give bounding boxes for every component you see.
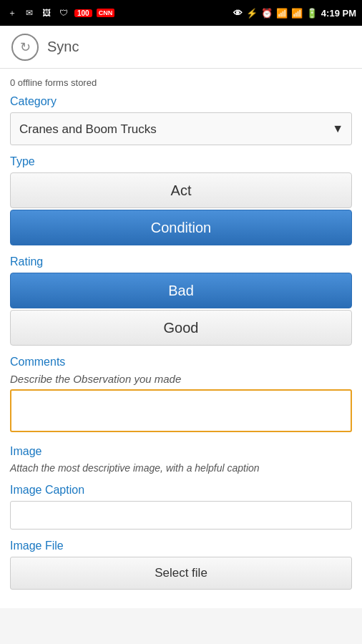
time-display: 4:19 PM — [321, 8, 356, 19]
comments-hint: Describe the Observation you made — [10, 373, 352, 385]
image-icon: 🖼 — [40, 6, 53, 19]
image-file-label: Image File — [10, 540, 352, 552]
signal-icon: 📶 — [291, 8, 303, 19]
comments-label: Comments — [10, 356, 352, 369]
select-file-button[interactable]: Select file — [10, 557, 352, 590]
rating-good-button[interactable]: Good — [10, 310, 352, 346]
add-icon: ＋ — [6, 6, 19, 19]
main-content: 0 offline forms stored Category Cranes a… — [0, 69, 362, 608]
email-icon: ✉ — [23, 6, 36, 19]
wifi-icon: 📶 — [276, 8, 288, 19]
status-bar-right: 👁 ⚡ ⏰ 📶 📶 🔋 4:19 PM — [233, 8, 356, 19]
rating-bad-button[interactable]: Bad — [10, 273, 352, 308]
cnn-badge: CNN — [97, 9, 115, 17]
status-bar: ＋ ✉ 🖼 🛡 100 CNN 👁 ⚡ ⏰ 📶 📶 🔋 4:19 PM — [0, 0, 362, 26]
sync-icon[interactable]: ↻ — [11, 34, 39, 61]
rating-section: Rating Bad Good — [10, 255, 352, 346]
category-dropdown-wrapper[interactable]: Cranes and Boom Trucks Ladders Scaffoldi… — [10, 112, 352, 145]
comments-section: Comments Describe the Observation you ma… — [10, 356, 352, 435]
image-file-section: Image File Select file — [10, 540, 352, 590]
image-caption-label: Image Caption — [10, 484, 352, 497]
image-caption-section: Image Caption — [10, 484, 352, 530]
shield-icon: 🛡 — [57, 6, 70, 19]
type-act-button[interactable]: Act — [10, 172, 352, 208]
offline-forms-text: 0 offline forms stored — [10, 77, 352, 88]
type-condition-button[interactable]: Condition — [10, 210, 352, 245]
eye-icon: 👁 — [233, 8, 243, 19]
alarm-icon: ⏰ — [261, 8, 273, 19]
image-section: Image Attach the most descriptive image,… — [10, 445, 352, 474]
image-hint: Attach the most descriptive image, with … — [10, 462, 352, 474]
category-select[interactable]: Cranes and Boom Trucks Ladders Scaffoldi… — [10, 112, 352, 145]
bluetooth-icon: ⚡ — [246, 8, 258, 19]
notification-badge: 100 — [74, 9, 92, 17]
app-bar: ↻ Sync — [0, 26, 362, 69]
image-caption-input[interactable] — [10, 501, 352, 530]
status-bar-left: ＋ ✉ 🖼 🛡 100 CNN — [6, 6, 114, 19]
battery-icon: 🔋 — [306, 8, 318, 19]
rating-label: Rating — [10, 255, 352, 268]
app-title: Sync — [47, 39, 79, 55]
category-label: Category — [10, 95, 352, 108]
comments-textarea[interactable] — [10, 389, 352, 432]
image-label: Image — [10, 445, 352, 458]
type-label: Type — [10, 155, 352, 168]
type-section: Type Act Condition — [10, 155, 352, 245]
